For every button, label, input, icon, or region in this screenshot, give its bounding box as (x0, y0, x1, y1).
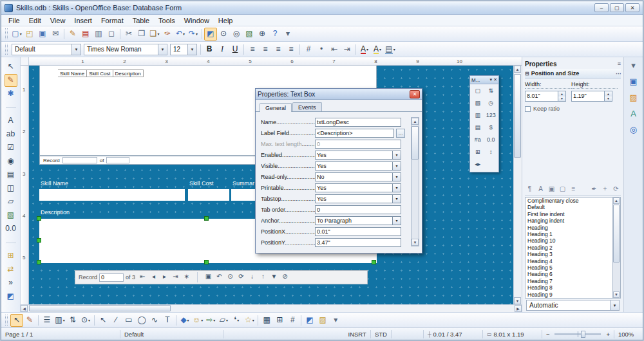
property-control[interactable]: txtLongDesc ▾ (315, 118, 401, 127)
italic-icon[interactable]: I ▾ (216, 43, 229, 56)
toolbar-grip[interactable] (5, 28, 8, 39)
bold-icon[interactable]: B ▾ (203, 43, 216, 56)
design-mode-icon[interactable]: ✎ ▾ (23, 314, 36, 327)
dialog-tab[interactable]: General (260, 103, 292, 112)
copy-icon[interactable]: ❐ ▾ (135, 28, 148, 41)
styles-list-scrollbar[interactable]: ▲ ▼ (612, 198, 620, 298)
menu-item[interactable]: View (46, 16, 70, 25)
basic-shapes-icon[interactable]: ◆ ▾ (178, 314, 191, 327)
close-icon[interactable]: ✕ (410, 90, 420, 98)
time-field-icon[interactable]: ◷ (485, 98, 498, 109)
scroll-down-icon[interactable]: ▼ (412, 239, 419, 246)
auto-filter-icon[interactable]: ▼ ▾ (269, 272, 279, 283)
display-grid-icon[interactable]: ▦ ▾ (260, 314, 273, 327)
chevron-down-icon[interactable]: ▼ (610, 300, 619, 310)
property-control[interactable]: 0 ▾ (315, 205, 401, 214)
reset-filter-icon[interactable]: ⊘ ▾ (279, 272, 290, 283)
formatted-field-icon[interactable]: 0.0 ▾ (4, 223, 17, 235)
date-field-icon[interactable]: ▤ (471, 122, 484, 134)
file-selection-icon[interactable]: ▥ (471, 110, 484, 122)
skill-cost-field[interactable] (188, 189, 229, 201)
align-left-icon[interactable]: ≡ ▾ (246, 43, 259, 56)
export-pdf-icon[interactable]: ▤ ▾ (79, 28, 92, 41)
resize-handle[interactable] (372, 260, 376, 264)
scroll-right-icon[interactable]: ▶ (515, 305, 522, 312)
table-header-cell[interactable]: Skill Cost (87, 69, 113, 77)
width-input[interactable]: 8.01" ▲▼ (525, 91, 566, 102)
canvas-vertical-scrollbar[interactable]: ▲ ▼ (513, 66, 522, 304)
drawing-select-icon[interactable]: ↖ ▾ (97, 314, 109, 327)
symbol-shapes-icon[interactable]: ☺ ▾ (191, 314, 204, 327)
canvas-horizontal-scrollbar[interactable]: ◀ ▶ (21, 304, 522, 312)
numeric-field-icon[interactable]: 123 (485, 110, 498, 122)
ellipse-icon[interactable]: ◯ ▾ (135, 314, 148, 327)
add-field-icon[interactable]: ▥ ▾ (53, 314, 66, 327)
bullet-list-icon[interactable]: • ▾ (315, 43, 328, 56)
zoom-in-icon[interactable]: + (606, 331, 610, 338)
chevron-down-icon[interactable]: ▼ (187, 44, 196, 55)
chevron-down-icon[interactable]: ▼ (158, 44, 167, 55)
property-control[interactable]: 0 ▾ (315, 140, 401, 149)
form-design-icon[interactable]: ◩ ▾ (5, 290, 17, 303)
highlight-color-icon[interactable]: A ▾ (371, 43, 384, 56)
resize-handle[interactable] (37, 238, 41, 243)
design-mode-icon[interactable]: ◩ ▾ (204, 28, 217, 41)
scrollbar-thumb[interactable] (412, 126, 419, 160)
refresh-icon[interactable]: ⟳ ▾ (236, 272, 247, 283)
spin-down-icon[interactable]: ▼ (605, 97, 612, 102)
dropdown-arrow-icon[interactable]: ▾ (392, 184, 401, 192)
skill-name-field[interactable] (39, 189, 185, 201)
page-preview-icon[interactable]: ◻ ▾ (105, 28, 118, 41)
dropdown-arrow-icon[interactable]: ▾ (392, 151, 401, 159)
spin-up-icon[interactable]: ▲ (558, 91, 565, 97)
list-box-icon[interactable]: ▤ ▾ (5, 169, 17, 181)
dialog-title-bar[interactable]: Properties: Text Box ✕ (256, 89, 422, 100)
table-header-cell[interactable]: Skill Name (58, 69, 87, 77)
collapse-icon[interactable]: ⊟ (525, 71, 529, 77)
style-list-item[interactable]: Heading 2 (526, 244, 612, 251)
style-list-item[interactable]: Heading (526, 225, 612, 231)
scroll-up-icon[interactable]: ▲ (613, 198, 620, 204)
form-navigator-icon[interactable]: ☰ ▾ (41, 314, 53, 327)
page-styles-icon[interactable]: ▢ (558, 185, 567, 195)
dropdown-arrow-icon[interactable]: ▾ (392, 217, 401, 225)
currency-field-icon[interactable]: $ (485, 122, 498, 134)
scroll-down-icon[interactable]: ▼ (613, 291, 620, 298)
list-styles-icon[interactable]: ≡ (569, 185, 578, 195)
select-pointer-icon[interactable]: ↖ ▾ (5, 60, 17, 73)
style-filter-combo[interactable]: Automatic ▼ (526, 300, 620, 311)
style-list-item[interactable]: Heading 10 (526, 237, 612, 244)
gallery-icon[interactable]: ▧ ▾ (243, 28, 256, 41)
character-styles-icon[interactable]: A (536, 185, 545, 195)
style-list-item[interactable]: Heading 9 (526, 291, 612, 298)
navigator-icon[interactable]: ◎ ▾ (230, 28, 243, 41)
spin-button-icon[interactable]: ⇅ (485, 86, 498, 97)
dropdown-arrow-icon[interactable]: ▾ (392, 195, 401, 203)
record-number-input[interactable] (62, 157, 97, 163)
more-controls-titlebar[interactable]: M... ▾ ✕ (470, 76, 498, 84)
property-control[interactable]: 3.47" ▾ (315, 238, 401, 247)
sidebar-menu-icon[interactable]: ▾ (627, 59, 640, 73)
scrollbar-thumb[interactable] (613, 205, 620, 263)
design-mode-toggle-icon[interactable]: ✎ ▾ (5, 74, 17, 87)
style-list-item[interactable]: Heading 1 (526, 231, 612, 237)
new-record-icon[interactable]: ∗ ▾ (181, 272, 192, 283)
record-number-input[interactable]: 0 (99, 273, 124, 282)
font-name-combo[interactable]: Times New Roman ▼ (84, 44, 167, 55)
table-control-icon[interactable]: ⊞ ▾ (5, 250, 17, 263)
height-input[interactable]: 1.19" ▲▼ (571, 91, 612, 102)
deck-styles-icon[interactable]: A (627, 107, 640, 121)
frame-styles-icon[interactable]: ▣ (547, 185, 556, 195)
format-paintbrush-icon[interactable]: ✑ ▾ (161, 28, 174, 41)
group-box-icon[interactable]: ▢ (471, 86, 484, 97)
flowchart-icon[interactable]: ▱ ▾ (217, 314, 230, 327)
first-record-icon[interactable]: ⇤ ▾ (137, 272, 148, 283)
table-header-cell[interactable]: Description (113, 69, 144, 77)
email-icon[interactable]: ✉ ▾ (49, 28, 62, 41)
property-control[interactable]: Yes ▾ (315, 151, 401, 160)
maximize-button[interactable]: ▢ (610, 3, 624, 12)
scroll-up-icon[interactable]: ▲ (412, 118, 419, 125)
push-button-icon[interactable]: ▱ ▾ (5, 196, 17, 208)
insert-mode-indicator[interactable]: INSRT (345, 330, 371, 338)
scroll-down-icon[interactable]: ▼ (514, 297, 521, 304)
